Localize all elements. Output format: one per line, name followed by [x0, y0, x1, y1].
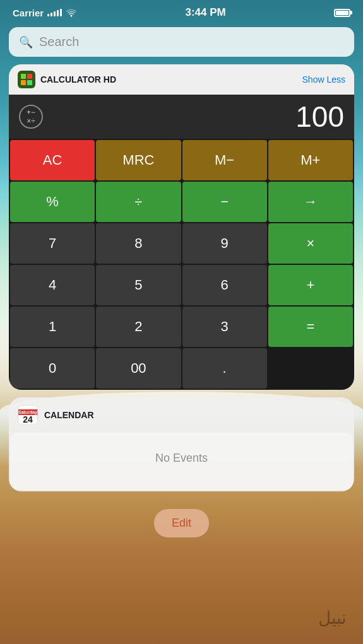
cal-header: Saturday 24 CALENDAR — [9, 397, 354, 433]
calc-btn-ac[interactable]: AC — [10, 140, 95, 180]
calc-ops-icon[interactable]: +−×÷ — [19, 105, 43, 129]
calc-btn-divide[interactable]: ÷ — [96, 182, 181, 222]
calc-btn-mminus[interactable]: M− — [182, 140, 267, 180]
status-bar: Carrier 3:44 PM — [0, 0, 363, 22]
calc-btn-8[interactable]: 8 — [96, 223, 181, 264]
calc-value: 100 — [295, 100, 344, 134]
cal-body: No Events — [10, 433, 353, 490]
calc-btn-4[interactable]: 4 — [10, 265, 95, 305]
widgets-area: 🔍 Search CALCULATOR HD Show Less — [0, 22, 363, 496]
calc-btn-6[interactable]: 6 — [182, 265, 267, 305]
cal-icon-day-num: 24 — [23, 415, 33, 424]
calc-btn-percent[interactable]: % — [10, 182, 95, 222]
status-time: 3:44 PM — [185, 6, 225, 19]
svg-text:نبيل: نبيل — [318, 608, 347, 628]
calc-btn-arrow[interactable]: → — [268, 182, 353, 222]
calendar-widget: Saturday 24 CALENDAR No Events — [9, 397, 354, 491]
cal-title: CALENDAR — [44, 410, 94, 420]
search-bar[interactable]: 🔍 Search — [9, 27, 354, 57]
edit-button[interactable]: Edit — [154, 509, 209, 537]
svg-rect-0 — [21, 74, 26, 79]
calc-app-icon — [18, 71, 35, 88]
svg-rect-2 — [21, 80, 26, 85]
svg-rect-3 — [27, 80, 32, 85]
calc-header: CALCULATOR HD Show Less — [9, 64, 354, 95]
calc-btn-7[interactable]: 7 — [10, 223, 95, 264]
calc-display: +−×÷ 100 — [9, 95, 354, 139]
watermark: نبيل — [315, 605, 353, 633]
show-less-button[interactable]: Show Less — [302, 74, 345, 85]
svg-rect-1 — [27, 74, 32, 79]
calc-btn-5[interactable]: 5 — [96, 265, 181, 305]
calc-btn-multiply[interactable]: × — [268, 223, 353, 264]
calendar-app-icon: Saturday 24 — [18, 405, 38, 425]
calc-btn-2[interactable]: 2 — [96, 307, 181, 347]
calc-btn-minus[interactable]: − — [182, 182, 267, 222]
search-icon: 🔍 — [19, 35, 33, 49]
calc-app-info: CALCULATOR HD — [18, 71, 116, 88]
carrier-label: Carrier — [13, 8, 44, 18]
calc-btn-9[interactable]: 9 — [182, 223, 267, 264]
calculator-widget: CALCULATOR HD Show Less +−×÷ 100 AC MRC … — [9, 64, 354, 390]
no-events-label: No Events — [155, 452, 208, 464]
status-carrier: Carrier — [13, 8, 77, 18]
calc-title: CALCULATOR HD — [40, 74, 116, 85]
wifi-icon — [66, 8, 77, 17]
calc-btn-decimal[interactable]: . — [182, 348, 267, 389]
signal-icon — [47, 9, 62, 16]
calc-btn-plus[interactable]: + — [268, 265, 353, 305]
calc-btn-0[interactable]: 0 — [10, 348, 95, 389]
calc-btn-mplus[interactable]: M+ — [268, 140, 353, 180]
search-placeholder: Search — [39, 35, 79, 49]
calc-buttons-grid: AC MRC M− M+ % ÷ − → 7 8 9 × 4 5 6 + 1 2… — [9, 139, 354, 390]
battery-icon — [334, 9, 350, 17]
status-battery — [334, 9, 350, 17]
calc-btn-equals[interactable]: = — [268, 307, 353, 347]
calc-btn-mrc[interactable]: MRC — [96, 140, 181, 180]
edit-button-area: Edit — [0, 509, 363, 537]
calc-btn-3[interactable]: 3 — [182, 307, 267, 347]
calc-btn-1[interactable]: 1 — [10, 307, 95, 347]
calc-btn-00[interactable]: 00 — [96, 348, 181, 389]
